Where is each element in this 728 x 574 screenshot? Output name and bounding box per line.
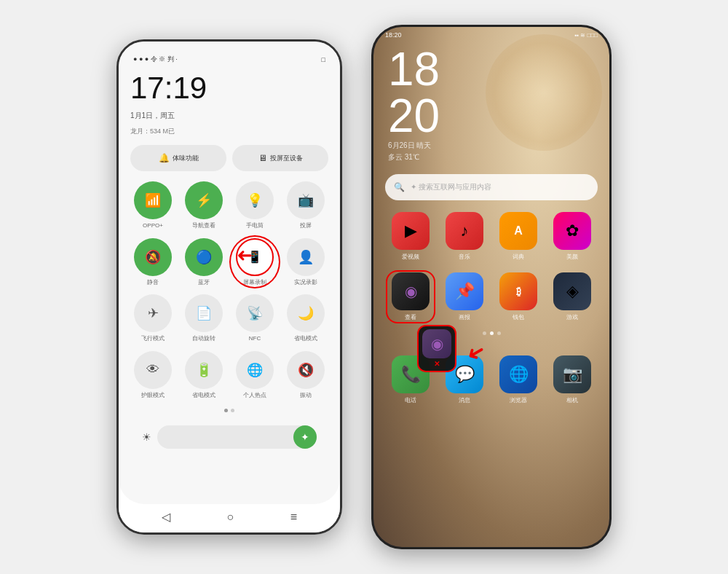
quick-btn-1[interactable]: 🖥 投屏至设备 [232,145,328,171]
app-music[interactable]: ♪ 音乐 [442,212,487,261]
left-screen: ● ● ● 令 ※ 判 · □ 17:19 1月1日，周五 龙月：534 M已 … [119,42,340,504]
tor-popup-icon: ◉ [422,329,451,358]
nav-bar-left: ◁ ○ ≡ [119,504,340,532]
time-display-right: 18 20 6月26日 晴天 多云 31℃ [373,39,609,162]
toggle-screenrecord[interactable]: 📱 屏幕录制 [232,238,277,286]
nav-back[interactable]: ◁ [162,510,170,524]
toggle-battery[interactable]: 🔋 省电模式 [181,351,226,399]
quick-btn-0[interactable]: 🔔 体味功能 [130,145,226,171]
app-wallet-icon: ₿ [499,272,537,310]
toggle-cast-label: 投屏 [300,222,312,229]
toggle-power-circle: 🌙 [287,294,325,332]
quick-btn-0-icon: 🔔 [159,153,170,163]
app-tor-item[interactable]: ◉ 查看 [388,272,433,321]
toggle-eyecare[interactable]: 👁 护眼模式 [130,351,175,399]
brightness-thumb: ✦ [293,425,317,449]
app-wallet[interactable]: ₿ 钱包 [496,272,541,321]
toggle-bt-label: 蓝牙 [198,279,210,286]
quick-btn-1-label: 投屏至设备 [270,154,303,163]
app-tor-icon: ◉ [392,272,430,310]
app-tor-label: 查看 [405,313,416,321]
page-dots-left [130,409,328,412]
status-bar-left: ● ● ● 令 ※ 判 · □ [130,55,328,64]
toggle-battery-circle: 🔋 [185,351,223,389]
brightness-track[interactable]: ✦ [157,425,317,449]
app-cam[interactable]: 📷 相机 [550,355,595,404]
brightness-icon: ☀ [142,431,151,443]
toggle-airplane-label: 飞行模式 [141,335,165,342]
app-wallet-label: 钱包 [513,313,524,321]
toggle-silent-circle: 🔕 [134,238,172,276]
toggle-rotate[interactable]: 📄 自动旋转 [181,294,226,342]
quick-btn-0-label: 体味功能 [173,154,199,163]
app-pin-icon: 📌 [446,272,483,310]
date-right: 6月26日 晴天 [388,141,595,151]
toggle-power[interactable]: 🌙 省电模式 [283,294,328,342]
toggle-wifi[interactable]: 📶 OPPO+ [130,181,175,229]
toggle-power-label: 省电模式 [294,335,317,342]
search-placeholder: ✦ 搜索互联网与应用内容 [411,182,491,192]
app-game-icon: ◈ [553,272,591,310]
app-grid-row2: ◉ 查看 📌 画报 ₿ 钱包 ◈ 游戏 [373,267,609,327]
toggle-screenrecord-label: 屏幕录制 [243,279,266,286]
toggle-torch-label: 手电筒 [246,222,264,229]
app-browser[interactable]: 🌐 浏览器 [496,355,541,404]
toggle-airplane[interactable]: ✈ 飞行模式 [130,294,175,342]
tor-close-icon[interactable]: ✕ [434,360,440,368]
toggle-grid-row2: 🔕 静音 🔵 蓝牙 ➜ 📱 屏幕录制 👤 实况 [130,238,328,286]
dot-1 [224,409,228,412]
toggle-silent[interactable]: 🔕 静音 [130,238,175,286]
brightness-bar[interactable]: ☀ ✦ [130,421,328,453]
toggle-hotspot-label: 个人热点 [243,392,266,399]
toggle-grid-row4: 👁 护眼模式 🔋 省电模式 🌐 个人热点 🔇 振动 [130,351,328,399]
status-icons-text: ▪▪ ≋ □□□ [574,32,598,39]
toggle-nav-label: 导航查看 [192,222,215,229]
date-left: 1月1日，周五 [130,111,328,121]
dot-r-2 [490,331,494,335]
app-cam-icon: 📷 [553,355,591,393]
toggle-battery-label: 省电模式 [192,392,215,399]
status-bar-right: 18:20 ▪▪ ≋ □□□ [373,27,609,39]
toggle-live-label: 实况录影 [294,279,317,286]
quick-btn-1-icon: 🖥 [258,153,267,163]
status-time-right: 18:20 [385,31,402,39]
dot-r-3 [497,331,501,335]
toggle-torch[interactable]: 💡 手电筒 [232,181,277,229]
app-browser-label: 浏览器 [510,396,527,404]
app-dict[interactable]: A 词典 [496,212,541,261]
toggle-live[interactable]: 👤 实况录影 [283,238,328,286]
right-phone: 18:20 ▪▪ ≋ □□□ 18 20 6月26日 晴天 多云 31℃ 🔍 ✦… [371,25,612,549]
toggle-eyecare-label: 护眼模式 [141,392,165,399]
dock-row: 📞 电话 💬 消息 🌐 浏览器 📷 相机 [373,350,609,410]
toggle-hotspot-circle: 🌐 [236,351,274,389]
nav-recents[interactable]: ≡ [290,511,297,524]
app-video[interactable]: ▶ 爱视频 [388,212,433,261]
toggle-silent-label: 静音 [147,279,159,286]
nav-home[interactable]: ○ [226,511,234,524]
toggle-hotspot[interactable]: 🌐 个人热点 [232,351,277,399]
quick-buttons-row: 🔔 体味功能 🖥 投屏至设备 [130,145,328,171]
app-msg-label: 消息 [459,396,470,404]
toggle-cast[interactable]: 📺 投屏 [283,181,328,229]
app-dict-label: 词典 [513,253,524,261]
toggle-nfc-circle: 📡 [236,294,274,332]
app-game[interactable]: ◈ 游戏 [550,272,595,321]
app-grid-row1: ▶ 爱视频 ♪ 音乐 A 词典 ✿ 美颜 [373,206,609,267]
toggle-nav-circle: ⚡ [185,181,223,219]
app-music-icon: ♪ [446,212,483,250]
toggle-rotate-circle: 📄 [185,294,223,332]
app-beauty[interactable]: ✿ 美颜 [550,212,595,261]
page-dots-right [373,331,609,335]
toggle-vibrate[interactable]: 🔇 振动 [283,351,328,399]
app-pin[interactable]: 📌 画报 [442,272,487,321]
app-video-icon: ▶ [392,212,430,250]
toggle-grid-row3: ✈ 飞行模式 📄 自动旋转 📡 NFC 🌙 省电模式 [130,294,328,342]
toggle-bt[interactable]: 🔵 蓝牙 ➜ [181,238,226,286]
tor-popup[interactable]: ◉ ✕ [417,325,456,372]
time-display-left: 17:19 [130,73,328,103]
toggle-nav[interactable]: ⚡ 导航查看 [181,181,226,229]
search-bar[interactable]: 🔍 ✦ 搜索互联网与应用内容 [385,174,598,200]
toggle-vibrate-label: 振动 [300,392,312,399]
toggle-nfc[interactable]: 📡 NFC [232,294,277,342]
status-left-text: ● ● ● 令 ※ 判 · [133,55,178,64]
